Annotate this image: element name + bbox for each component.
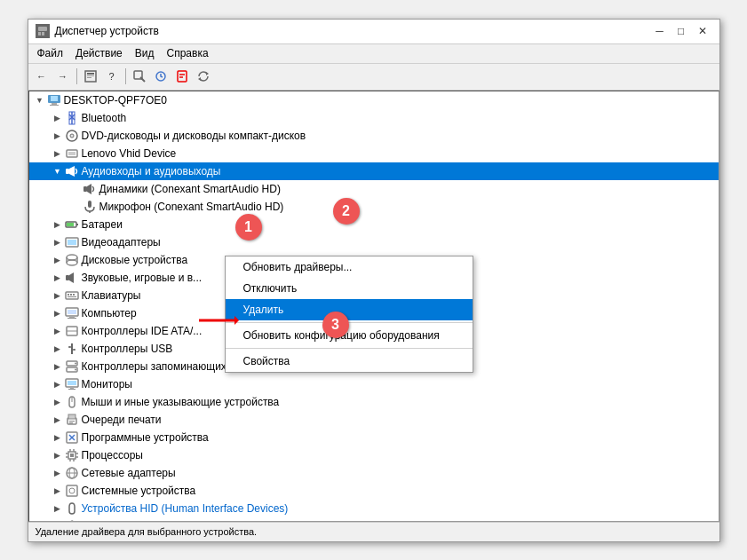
sound-icon bbox=[65, 271, 79, 285]
menu-help[interactable]: Справка bbox=[162, 45, 214, 61]
lenovo-expand[interactable]: ▶ bbox=[51, 146, 65, 161]
scan-button[interactable] bbox=[130, 67, 149, 86]
tree-item-security[interactable]: ▶ Устройства безопасности bbox=[29, 517, 719, 522]
svg-point-40 bbox=[67, 255, 77, 260]
svg-point-26 bbox=[71, 135, 72, 136]
tree-root[interactable]: ▼ DESKTOP-QPF7OE0 bbox=[29, 91, 719, 109]
audio-expand[interactable]: ▼ bbox=[51, 164, 65, 178]
properties-button[interactable] bbox=[81, 67, 100, 86]
tree-item-hid[interactable]: ▶ Устройства HID (Human Interface Device… bbox=[29, 500, 719, 517]
tree-item-mouse[interactable]: ▶ Мыши и иные указывающие устройства bbox=[29, 393, 719, 411]
disk-expand[interactable]: ▶ bbox=[51, 253, 65, 267]
tree-item-print[interactable]: ▶ Очереди печати bbox=[29, 411, 719, 429]
refresh-button[interactable] bbox=[194, 67, 213, 86]
disk-label: Дисковые устройства bbox=[82, 254, 188, 266]
menu-file[interactable]: Файл bbox=[32, 45, 69, 61]
svg-rect-74 bbox=[69, 422, 73, 423]
ide-label: Контроллеры IDE ATA/... bbox=[82, 325, 203, 337]
status-bar: Удаление драйвера для выбранного устройс… bbox=[28, 522, 719, 541]
sysdev-expand[interactable]: ▶ bbox=[51, 484, 65, 498]
dvd-expand[interactable]: ▶ bbox=[51, 129, 65, 143]
svg-rect-17 bbox=[51, 96, 58, 101]
cpu-label: Процессоры bbox=[82, 449, 144, 461]
hid-icon bbox=[65, 501, 79, 516]
tree-item-mic[interactable]: ▶ Микрофон (Conexant SmartAudio HD) bbox=[29, 198, 719, 216]
monitor-expand[interactable]: ▶ bbox=[51, 377, 65, 391]
usb-label: Контроллеры USB bbox=[82, 343, 173, 355]
ctx-delete[interactable]: Удалить bbox=[226, 299, 473, 320]
update-button[interactable] bbox=[151, 67, 171, 86]
svg-rect-7 bbox=[87, 77, 91, 78]
svg-rect-5 bbox=[87, 73, 94, 75]
forward-button[interactable]: → bbox=[53, 67, 73, 86]
svg-rect-19 bbox=[50, 105, 59, 106]
ctx-update-drivers[interactable]: Обновить драйверы... bbox=[226, 256, 473, 278]
help-button[interactable]: ? bbox=[102, 67, 122, 86]
back-button[interactable]: ← bbox=[32, 67, 52, 86]
menu-action[interactable]: Действие bbox=[70, 45, 128, 61]
lenovo-label: Lenovo Vhid Device bbox=[82, 147, 177, 160]
tree-item-software[interactable]: ▶ Программные устройства bbox=[29, 429, 719, 446]
security-expand[interactable]: ▶ bbox=[51, 519, 65, 522]
uninstall-button[interactable] bbox=[172, 67, 192, 86]
tree-item-battery[interactable]: ▶ Батареи bbox=[29, 216, 719, 233]
tree-item-dvd[interactable]: ▶ DVD-дисководы и дисководы компакт-диск… bbox=[29, 127, 719, 145]
svg-marker-97 bbox=[234, 316, 239, 325]
network-label: Сетевые адаптеры bbox=[82, 467, 176, 479]
cpu-expand[interactable]: ▶ bbox=[51, 448, 65, 462]
security-label: Устройства безопасности bbox=[82, 520, 208, 522]
svg-point-60 bbox=[68, 346, 70, 348]
video-expand[interactable]: ▶ bbox=[51, 235, 65, 249]
usb-expand[interactable]: ▶ bbox=[51, 342, 65, 356]
device-manager-window: Диспетчер устройств ─ □ ✕ Файл Действие … bbox=[28, 19, 720, 542]
root-label: DESKTOP-QPF7OE0 bbox=[64, 94, 167, 106]
ctx-properties[interactable]: Свойства bbox=[226, 351, 473, 372]
svg-point-64 bbox=[75, 362, 76, 364]
maximize-button[interactable]: □ bbox=[672, 22, 691, 40]
hid-expand[interactable]: ▶ bbox=[51, 501, 65, 516]
software-expand[interactable]: ▶ bbox=[51, 430, 65, 445]
network-icon bbox=[65, 466, 79, 480]
ctx-disable[interactable]: Отключить bbox=[226, 278, 473, 299]
storage-expand[interactable]: ▶ bbox=[51, 359, 65, 374]
tree-item-speakers[interactable]: ▶ Динамики (Conexant SmartAudio HD) bbox=[29, 180, 719, 198]
device-tree[interactable]: ▼ DESKTOP-QPF7OE0 ▶ Bluetooth ▶ bbox=[28, 91, 719, 522]
arrow-pointer bbox=[195, 312, 239, 332]
sysdev-label: Системные устройства bbox=[82, 485, 196, 497]
computer-expand[interactable]: ▶ bbox=[51, 306, 65, 320]
minimize-button[interactable]: ─ bbox=[650, 22, 670, 40]
svg-rect-47 bbox=[68, 294, 69, 296]
svg-rect-29 bbox=[66, 169, 69, 174]
tree-item-network[interactable]: ▶ Сетевые адаптеры bbox=[29, 464, 719, 482]
svg-rect-73 bbox=[69, 421, 75, 422]
tree-item-cpu[interactable]: ▶ Процессоры bbox=[29, 446, 719, 464]
sound-expand[interactable]: ▶ bbox=[51, 271, 65, 285]
battery-expand[interactable]: ▶ bbox=[51, 217, 65, 232]
toolbar: ← → ? bbox=[28, 64, 719, 91]
tree-item-bluetooth[interactable]: ▶ Bluetooth bbox=[29, 109, 719, 127]
menu-view[interactable]: Вид bbox=[130, 45, 160, 61]
audio-icon bbox=[65, 164, 79, 178]
svg-marker-30 bbox=[69, 166, 75, 177]
toolbar-separator-2 bbox=[125, 68, 126, 84]
svg-rect-48 bbox=[70, 294, 72, 296]
network-expand[interactable]: ▶ bbox=[51, 466, 65, 480]
tree-item-lenovo[interactable]: ▶ Lenovo Vhid Device bbox=[29, 145, 719, 162]
ctx-refresh-hw[interactable]: Обновить конфигурацию оборудования bbox=[226, 325, 473, 346]
tree-item-sysdev[interactable]: ▶ Системные устройства bbox=[29, 482, 719, 500]
monitor-label: Мониторы bbox=[82, 378, 132, 390]
svg-rect-37 bbox=[67, 223, 74, 226]
content-area: ▼ DESKTOP-QPF7OE0 ▶ Bluetooth ▶ bbox=[28, 91, 719, 522]
close-button[interactable]: ✕ bbox=[693, 22, 712, 40]
keyboard-expand[interactable]: ▶ bbox=[51, 288, 65, 303]
tree-item-video[interactable]: ▶ Видеоадаптеры bbox=[29, 233, 719, 251]
tree-item-audio[interactable]: ▼ Аудиовходы и аудиовыходы bbox=[29, 162, 719, 180]
software-label: Программные устройства bbox=[82, 431, 209, 444]
svg-rect-33 bbox=[88, 201, 91, 208]
tree-item-monitor[interactable]: ▶ Мониторы bbox=[29, 375, 719, 393]
print-expand[interactable]: ▶ bbox=[51, 413, 65, 427]
ide-expand[interactable]: ▶ bbox=[51, 324, 65, 338]
root-expand[interactable]: ▼ bbox=[33, 93, 47, 107]
bluetooth-expand[interactable]: ▶ bbox=[51, 111, 65, 125]
mouse-expand[interactable]: ▶ bbox=[51, 395, 65, 409]
